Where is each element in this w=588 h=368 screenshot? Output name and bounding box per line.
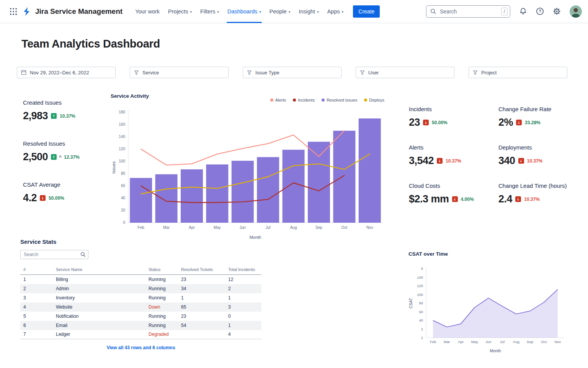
svg-text:Jul: Jul [266, 225, 271, 230]
status: Down [145, 302, 178, 312]
search-icon [430, 8, 436, 15]
kpi-title: Deployments [498, 144, 567, 151]
svg-text:0: 0 [123, 220, 125, 225]
nav-item-filters[interactable]: Filters▾ [196, 0, 223, 23]
table-row[interactable]: 1BillingRunning2312 [20, 275, 261, 284]
svg-text:180: 180 [119, 110, 125, 114]
global-search[interactable]: / [426, 5, 510, 18]
settings-gear-icon[interactable] [553, 7, 561, 15]
page-title: Team Analytics Dashboard [21, 38, 160, 50]
legend-item-deploys[interactable]: Deploys [364, 98, 384, 102]
help-icon[interactable]: ? [536, 7, 544, 15]
service-stats-title: Service Stats [20, 238, 261, 245]
table-row[interactable]: 7LedgerDegraded4 [20, 330, 261, 339]
total-incidents: 1 [225, 321, 261, 330]
svg-text:Feb: Feb [430, 340, 436, 344]
filter-service[interactable]: Service [130, 67, 229, 78]
nav-item-insight[interactable]: Insight▾ [294, 0, 323, 23]
avatar[interactable] [570, 5, 582, 18]
service-stats-table: #Service NameStatusResolved TicketsTotal… [20, 267, 261, 339]
svg-text:120: 120 [119, 147, 125, 151]
view-all-link[interactable]: View all 43 rows and 6 columns [20, 345, 261, 350]
kpi-title: Change Failure Rate [498, 106, 567, 112]
status: Running [145, 321, 178, 330]
svg-text:Aug: Aug [513, 340, 519, 344]
trend-down-icon: ↓ [452, 196, 458, 202]
kpi-value: 2% [498, 117, 513, 128]
column-header-total-incidents[interactable]: Total Incidents [225, 267, 261, 275]
chart-title: Service Activity [111, 93, 149, 99]
kpi-title: Cloud Costs [409, 182, 498, 189]
column-header-status[interactable]: Status [145, 267, 178, 275]
table-row[interactable]: 5NotificationRunning230 [20, 312, 261, 321]
svg-text:60: 60 [419, 310, 423, 314]
svg-text:80: 80 [121, 171, 126, 176]
filter-label: User [368, 70, 379, 76]
filters-row: Nov 29, 2022–Dec 6, 2022ServiceIssue Typ… [17, 67, 567, 78]
chart-title: CSAT over Time [408, 251, 448, 257]
nav-item-dashboards[interactable]: Dashboards▾ [223, 0, 265, 23]
table-row[interactable]: 3InventoryRunning11 [20, 293, 261, 302]
legend-item-alerts[interactable]: Alerts [270, 98, 286, 102]
create-button[interactable]: Create [353, 5, 380, 18]
nav-item-your-work[interactable]: Your work [131, 0, 164, 23]
filter-label: Service [142, 70, 159, 76]
filter-project[interactable]: Project [469, 67, 567, 78]
table-row[interactable]: 4WebsiteDown653 [20, 302, 261, 312]
resolved-tickets: 34 [178, 284, 225, 293]
search-icon[interactable] [80, 252, 86, 257]
svg-text:20: 20 [121, 208, 126, 212]
table-row[interactable]: 6EmailRunning541 [20, 321, 261, 330]
kpi-title: Created Issues [23, 99, 105, 106]
table-search-input[interactable] [21, 252, 80, 257]
svg-text:140: 140 [119, 135, 125, 139]
app-switcher-icon[interactable] [8, 6, 19, 17]
table-search[interactable] [20, 250, 88, 259]
filter-user[interactable]: User [356, 67, 454, 78]
svg-text:160: 160 [119, 122, 125, 127]
search-input[interactable] [439, 8, 498, 15]
csat-panel: CSAT over Time 124060801001201405FebMarA… [408, 250, 567, 360]
kpi-percent: 10.37% [527, 158, 543, 164]
legend-item-resolved-issues[interactable]: Resolved issues [322, 98, 357, 102]
kpi-cloud-costs: Cloud Costs$2.3 mm↓4.00% [409, 182, 498, 205]
svg-text:Oct: Oct [541, 340, 547, 344]
table-row[interactable]: 2AdminRunning342 [20, 284, 261, 293]
kpi-title: Incidents [409, 106, 498, 112]
resolved-tickets: 23 [178, 275, 225, 284]
chevron-down-icon: ▾ [317, 10, 319, 14]
filter-issue-type[interactable]: Issue Type [243, 67, 341, 78]
filter-icon [360, 70, 365, 75]
total-incidents: 3 [225, 302, 261, 312]
filter-label: Issue Type [255, 70, 279, 76]
svg-text:5: 5 [421, 266, 423, 271]
column-header-resolved-tickets[interactable]: Resolved Tickets [178, 267, 225, 275]
row-index: 5 [20, 312, 53, 321]
service-name: Admin [53, 284, 145, 293]
svg-text:Jun: Jun [485, 340, 491, 344]
brand-name: Jira Service Management [35, 7, 122, 16]
filter-label: Project [481, 70, 497, 76]
filter-icon [247, 70, 252, 75]
chevron-down-icon: ▾ [190, 10, 192, 14]
kpi-title: Alerts [409, 144, 498, 151]
total-incidents: 1 [225, 293, 261, 302]
caret-up-icon: ^ [59, 154, 62, 160]
nav-item-people[interactable]: People▾ [265, 0, 295, 23]
legend-item-incidents[interactable]: Incidents [293, 98, 315, 102]
nav-item-projects[interactable]: Projects▾ [164, 0, 196, 23]
column-header-service-name[interactable]: Service Name [53, 267, 145, 275]
chevron-down-icon: ▾ [289, 10, 291, 14]
total-incidents: 4 [225, 330, 261, 339]
filter-nov-29-2022-dec-6-2022[interactable]: Nov 29, 2022–Dec 6, 2022 [17, 67, 116, 78]
brand[interactable]: Jira Service Management [22, 7, 122, 16]
kpi-value: 3,542 [409, 155, 434, 167]
resolved-tickets: 1 [178, 293, 225, 302]
column-header-[interactable]: # [20, 267, 53, 275]
filter-icon [473, 70, 478, 75]
notifications-bell-icon[interactable] [519, 7, 527, 15]
nav-item-apps[interactable]: Apps▾ [323, 0, 348, 23]
row-index: 6 [20, 321, 53, 330]
kpi-change-failure-rate: Change Failure Rate2%↓33.28% [498, 106, 567, 128]
navbar-right: / ? [426, 5, 582, 18]
